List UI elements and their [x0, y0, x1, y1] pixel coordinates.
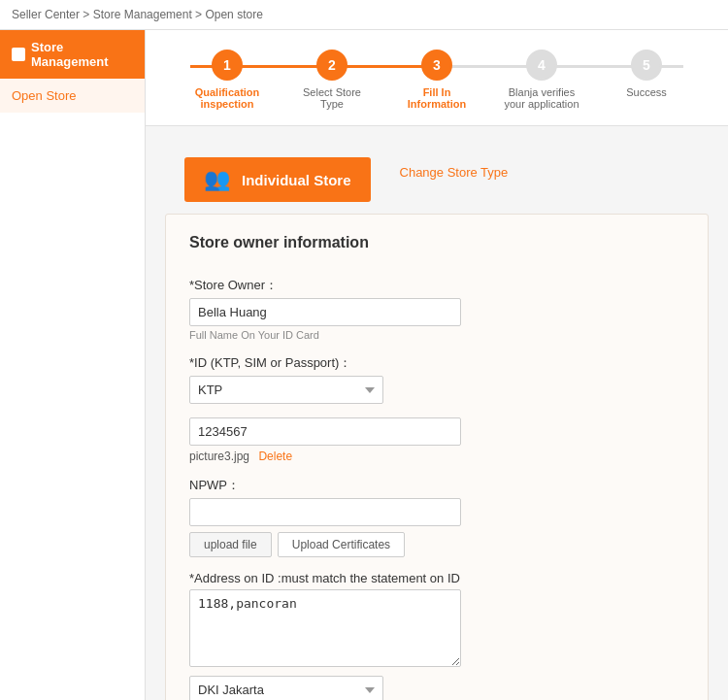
- step-5-label: Success: [626, 86, 667, 98]
- address-label: *Address on ID :must match the statement…: [189, 571, 684, 585]
- step-2: 2 Select Store Type: [280, 50, 384, 110]
- npwp-label: NPWP：: [189, 477, 684, 494]
- id-number-group: picture3.jpg Delete: [189, 417, 684, 463]
- id-label: *ID (KTP, SIM or Passport)：: [189, 354, 684, 372]
- steps-container: 1 Qualification inspection 2 Select Stor…: [146, 30, 728, 126]
- upload-row: upload file Upload Certificates: [189, 532, 684, 557]
- change-store-type-link[interactable]: Change Store Type: [400, 165, 509, 180]
- id-file-info: picture3.jpg Delete: [189, 450, 684, 463]
- step-3-label: Fill In Information: [398, 86, 476, 110]
- store-type-label: Individual Store: [242, 172, 351, 188]
- sidebar-header: Store Management: [0, 30, 145, 79]
- step-3-circle: 3: [421, 50, 452, 81]
- address-selects: DKI Jakarta DKI Jakarta Jakarta: [189, 676, 684, 700]
- sidebar-header-label: Store Management: [31, 40, 133, 69]
- step-2-circle: 2: [316, 50, 347, 81]
- step-4: 4 Blanja verifies your application: [489, 50, 594, 110]
- step-2-label: Select Store Type: [293, 86, 371, 110]
- form-container: Store owner information *Store Owner： Fu…: [165, 214, 709, 700]
- step-4-circle: 4: [526, 50, 557, 81]
- store-owner-group: *Store Owner： Full Name On Your ID Card: [189, 277, 684, 341]
- store-type-row: 👥 Individual Store Change Store Type: [165, 142, 709, 202]
- id-type-group: *ID (KTP, SIM or Passport)： KTP SIM Pass…: [189, 354, 684, 404]
- store-management-icon: [12, 48, 25, 61]
- address-group: *Address on ID :must match the statement…: [189, 571, 684, 700]
- steps: 1 Qualification inspection 2 Select Stor…: [175, 50, 699, 110]
- step-4-label: Blanja verifies your application: [503, 86, 580, 110]
- id-file-name: picture3.jpg: [189, 450, 249, 463]
- upload-file-button[interactable]: upload file: [189, 532, 272, 557]
- store-type-banner: 👥 Individual Store: [184, 157, 371, 202]
- step-5-circle: 5: [631, 50, 662, 81]
- address-textarea[interactable]: 1188,pancoran: [189, 589, 461, 667]
- step-1: 1 Qualification inspection: [175, 50, 280, 110]
- store-owner-input[interactable]: [189, 298, 461, 326]
- sidebar-item-open-store[interactable]: Open Store: [0, 79, 145, 113]
- store-owner-hint: Full Name On Your ID Card: [189, 329, 684, 341]
- delete-id-file-link[interactable]: Delete: [258, 450, 292, 463]
- individual-store-icon: 👥: [204, 169, 230, 190]
- npwp-group: NPWP： upload file Upload Certificates: [189, 477, 684, 557]
- main-content: 1 Qualification inspection 2 Select Stor…: [146, 30, 728, 700]
- id-type-select[interactable]: KTP SIM Passport: [189, 376, 383, 404]
- upload-certificates-button[interactable]: Upload Certificates: [278, 532, 405, 557]
- breadcrumb-text: Seller Center > Store Management > Open …: [12, 8, 263, 21]
- store-owner-label: *Store Owner：: [189, 277, 684, 294]
- step-1-label: Qualification inspection: [188, 86, 266, 110]
- breadcrumb: Seller Center > Store Management > Open …: [0, 0, 728, 30]
- step-3: 3 Fill In Information: [384, 50, 489, 110]
- id-number-input[interactable]: [189, 417, 461, 446]
- sidebar: Store Management Open Store: [0, 30, 146, 700]
- province-select[interactable]: DKI Jakarta: [189, 676, 383, 700]
- form-section-title: Store owner information: [189, 234, 684, 259]
- step-5: 5 Success: [594, 50, 699, 98]
- step-1-circle: 1: [212, 50, 243, 81]
- npwp-input[interactable]: [189, 498, 461, 526]
